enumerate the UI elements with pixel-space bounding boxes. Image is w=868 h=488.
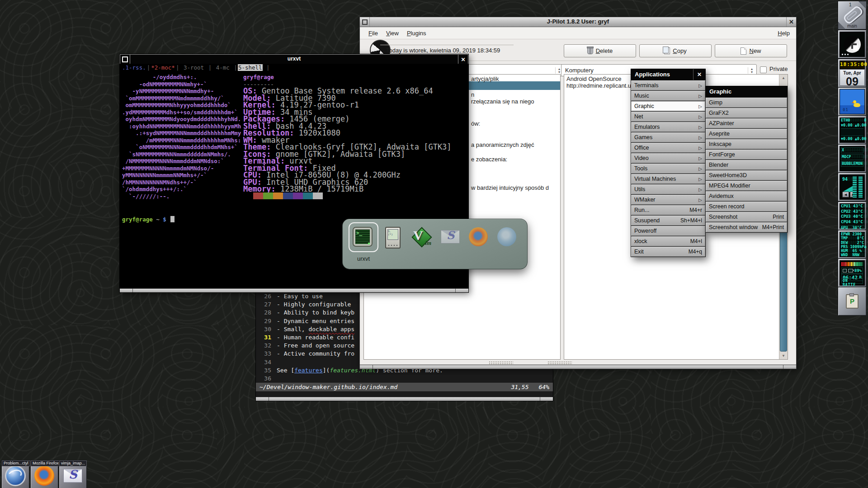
close-button[interactable]: ✕ xyxy=(786,17,796,27)
submenu-arrow-icon: ▷ xyxy=(698,156,702,161)
vim-app-icon[interactable]: Vim xyxy=(410,226,432,248)
applications-menu-item-xlock[interactable]: xlockM4+l xyxy=(631,236,706,247)
applications-menu-item-terminals[interactable]: Terminals▷ xyxy=(631,80,706,91)
graphic-menu-item-mpeg4-modifier[interactable]: MPEG4 Modifier xyxy=(705,180,788,191)
applications-menu-item-virtual-machines[interactable]: Virtual Machines▷ xyxy=(631,174,706,184)
weather-dockapp[interactable]: EPWR 2300TMP 8°CDEW 2°CPRS 1009hPaHUM 65… xyxy=(838,230,867,259)
terminal-tab[interactable]: .1-rss. xyxy=(122,64,146,71)
scroll-up-icon[interactable] xyxy=(779,75,788,81)
miniwindow-mail[interactable]: vimja_imap... S xyxy=(59,460,87,488)
graphic-menu-item-gimp[interactable]: Gimp xyxy=(705,97,788,108)
graphic-menu-item-grafx2[interactable]: GraFX2 xyxy=(705,108,788,118)
terminal-tab[interactable]: *2-moc* xyxy=(151,64,175,71)
urxvt-app-icon[interactable]: >_ xyxy=(352,226,373,248)
memo-list-row[interactable]: a panoramicznych zdjęć xyxy=(471,141,534,148)
pastebuf-dockapp[interactable]: P xyxy=(838,287,867,316)
menubar-item-help[interactable]: Help xyxy=(776,30,792,37)
memo-list-row[interactable]: n xyxy=(471,91,474,98)
miniaturize-button[interactable] xyxy=(360,17,370,27)
applications-menu-item-exit[interactable]: ExitM4+q xyxy=(631,246,706,257)
battery-dockapp[interactable]: 89% 06:42 B ON BATTE xyxy=(838,258,867,287)
graphic-menu-item-azpainter[interactable]: AZPainter xyxy=(705,118,788,129)
firefox-pale-icon xyxy=(497,227,516,246)
vim-filename: ~/Devel/window-maker.github.io/index.md xyxy=(259,383,397,391)
graphic-menu-item-screenshot[interactable]: ScreenshotPrint xyxy=(705,211,788,222)
menu-item-label: SweetHome3D xyxy=(709,172,747,178)
applications-menu-item-music[interactable]: Music▷ xyxy=(631,90,706,101)
scroll-down-icon[interactable] xyxy=(779,352,788,359)
urxvt-resizebar[interactable] xyxy=(120,288,468,292)
claws-mail-app-icon[interactable]: S xyxy=(439,226,461,248)
private-checkbox[interactable] xyxy=(760,66,767,73)
terminal-tab[interactable]: 4-mc xyxy=(212,64,233,71)
menubar-item-file[interactable]: File xyxy=(364,30,382,37)
jpilot-titlebar[interactable]: J-Pilot 1.8.2 User: gryf ✕ xyxy=(360,17,796,27)
miniaturize-button[interactable] xyxy=(120,55,130,64)
graphic-menu-item-sweethome3d[interactable]: SweetHome3D xyxy=(705,170,788,181)
applications-menu-item-office[interactable]: Office▷ xyxy=(631,142,706,153)
graphic-menu-item-blender[interactable]: Blender xyxy=(705,160,788,170)
battery-segment xyxy=(843,262,844,266)
graphic-menu-item-fontforge[interactable]: FontForge xyxy=(705,149,788,160)
memo-list-row[interactable]: ów: xyxy=(471,120,480,127)
terminal-tab[interactable]: 5-shell xyxy=(238,64,263,71)
neofetch-value: 1238MiB / 15719MiB xyxy=(276,184,363,193)
temperature-dockapp[interactable]: CPU1 43°CCPU2 43°CCPU3 40°CCPU4 43°C GPU… xyxy=(838,202,867,230)
firefox-esr-app-icon[interactable] xyxy=(496,226,518,248)
toolbar-button-new[interactable]: New xyxy=(715,44,787,57)
tab-separator: | xyxy=(233,64,238,71)
jpilot-app-icon[interactable]: 5.(*) xyxy=(381,226,403,248)
applications-menu-item-video[interactable]: Video▷ xyxy=(631,153,706,164)
volume-mixer-dockapp[interactable]: 94 ◀▶ xyxy=(838,173,867,202)
applications-menu-item-run[interactable]: Run...M4+r xyxy=(631,205,706,216)
applications-menu-item-net[interactable]: Net▷ xyxy=(631,111,706,122)
clip-dockapp[interactable]: 1 main xyxy=(838,1,867,30)
pane-grip[interactable] xyxy=(547,361,572,364)
firefox-app-icon[interactable] xyxy=(467,226,489,248)
terminal-color-swatch xyxy=(303,192,313,199)
vim-line-text: - Easy to use xyxy=(277,292,323,300)
menubar-item-view[interactable]: View xyxy=(382,30,403,37)
applications-menu-item-poweroff[interactable]: Poweroff xyxy=(631,225,706,236)
wmaker-dockapp[interactable] xyxy=(838,30,867,59)
memo-list-row[interactable]: artycja/plik xyxy=(471,75,499,82)
lcd-row-net: ▼0.00 ▲0.00 xyxy=(840,123,864,128)
applications-menu-titlebar[interactable]: Applications ✕ xyxy=(631,69,706,80)
menu-item-label: WMaker xyxy=(634,197,656,203)
applications-menu-item-wmaker[interactable]: WMaker▷ xyxy=(631,194,706,205)
menu-close-button[interactable]: ✕ xyxy=(693,69,705,80)
urxvt-titlebar[interactable]: urxvt ✕ xyxy=(120,54,468,65)
music-monitor-dockapp[interactable]: XMOCPBUBBLEMON xyxy=(838,144,867,173)
network-monitor-dockapp[interactable]: ETH0 8▼0.00 ▲0.00 ▼0.00 ▲0.00 xyxy=(838,116,867,145)
miniwindow-firefox[interactable]: Mozilla Firefox xyxy=(30,460,58,488)
applications-menu-item-tools[interactable]: Tools▷ xyxy=(631,163,706,174)
toolbar-button-delete[interactable]: Delete xyxy=(564,44,636,57)
graphic-menu-item-inkscape[interactable]: Inkscape xyxy=(705,139,788,150)
toolbar-button-copy[interactable]: Copy xyxy=(639,44,712,57)
graphic-menu-item-screenshot-window[interactable]: Screenshot windowM4+Print xyxy=(705,222,788,233)
applications-menu-item-games[interactable]: Games▷ xyxy=(631,132,706,143)
menubar-item-plugins[interactable]: Plugins xyxy=(403,30,430,37)
applications-menu-item-emulators[interactable]: Emulators▷ xyxy=(631,122,706,132)
close-button[interactable]: ✕ xyxy=(458,55,468,64)
memo-list-row[interactable]: rzełączania się na niego xyxy=(471,98,534,105)
miniwindow-problem[interactable]: Problem...ctyl xyxy=(1,460,29,488)
volume-prev-button[interactable]: ◀ xyxy=(842,192,849,197)
clock-dockapp[interactable]: 18:35:00 Tue, Apr 09 xyxy=(838,59,867,88)
close-icon: ✕ xyxy=(461,56,465,63)
graphic-submenu-titlebar[interactable]: Graphic xyxy=(705,86,788,98)
volume-wedge-icon xyxy=(842,186,853,192)
graphic-menu-item-avidemux[interactable]: Avidemux xyxy=(705,191,788,202)
memo-list-row[interactable]: e zobaczenia: xyxy=(471,156,507,163)
applications-menu-item-susupend[interactable]: SusupendSh+M4+l xyxy=(631,215,706,226)
memo-list-row[interactable]: w bardziej intuicyjny sposób d xyxy=(471,184,549,191)
graphic-menu-item-screen-record[interactable]: Screen record xyxy=(705,201,788,212)
pane-grip[interactable] xyxy=(489,361,513,364)
jpilot-resizebar[interactable] xyxy=(360,365,796,369)
vim-resizebar[interactable] xyxy=(256,397,553,401)
terminal-tab[interactable]: 3-root xyxy=(179,64,208,71)
graphic-menu-item-aseprite[interactable]: Aseprite xyxy=(705,128,788,139)
applications-menu-item-graphic[interactable]: Graphic▷ xyxy=(631,101,706,112)
duck-dockapp[interactable]: 01 xyxy=(838,87,867,116)
applications-menu-item-utils[interactable]: Utils▷ xyxy=(631,184,706,195)
